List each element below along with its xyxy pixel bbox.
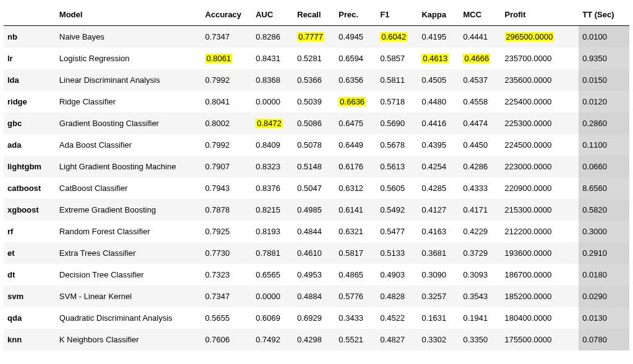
table-header-row: Model Accuracy AUC Recall Prec. F1 Kappa… (4, 4, 629, 26)
cell-recall: 0.6929 (293, 307, 335, 329)
cell-accuracy: 0.7992 (202, 69, 252, 91)
cell-prec: 0.6141 (335, 199, 376, 221)
cell-kappa: 0.4480 (418, 91, 459, 112)
cell-prec: 0.6356 (335, 69, 376, 91)
cell-recall: 0.7777 (293, 26, 335, 48)
cell-kappa: 0.4613 (418, 48, 459, 69)
col-header-kappa: Kappa (418, 4, 459, 26)
cell-prec: 0.5521 (335, 329, 376, 350)
cell-tt: 0.0100 (579, 26, 629, 48)
cell-profit: 186700.0000 (501, 264, 579, 286)
table-body: nbNaive Bayes0.73470.82860.77770.49450.6… (4, 26, 629, 351)
table-row: ldaLinear Discriminant Analysis0.79920.8… (4, 69, 629, 91)
cell-profit: 225300.0000 (501, 112, 579, 134)
row-id: nb (4, 26, 56, 48)
cell-f1: 0.4903 (376, 264, 418, 286)
cell-tt: 0.3000 (579, 221, 629, 242)
cell-kappa: 0.3302 (418, 329, 459, 350)
cell-recall: 0.4844 (293, 221, 335, 242)
row-model: Extra Trees Classifier (56, 242, 202, 264)
cell-profit: 212200.0000 (501, 221, 579, 242)
highlight: 0.8061 (205, 54, 233, 63)
cell-prec: 0.3433 (335, 307, 376, 329)
cell-auc: 0.8193 (252, 221, 293, 242)
cell-auc: 0.6565 (252, 264, 293, 286)
row-model: Ridge Classifier (56, 91, 202, 112)
row-id: xgboost (4, 199, 56, 221)
cell-kappa: 0.4163 (418, 221, 459, 242)
cell-kappa: 0.3090 (418, 264, 459, 286)
col-header-model: Model (56, 4, 202, 26)
table-row: qdaQuadratic Discriminant Analysis0.5655… (4, 307, 629, 329)
cell-prec: 0.6475 (335, 112, 376, 134)
row-model: Logistic Regression (56, 48, 202, 69)
cell-prec: 0.6594 (335, 48, 376, 69)
row-id: qda (4, 307, 56, 329)
cell-prec: 0.5817 (335, 242, 376, 264)
cell-profit: 215300.0000 (501, 199, 579, 221)
row-model: Linear Discriminant Analysis (56, 69, 202, 91)
cell-recall: 0.4985 (293, 199, 335, 221)
cell-recall: 0.5366 (293, 69, 335, 91)
cell-f1: 0.5492 (376, 199, 418, 221)
cell-f1: 0.5811 (376, 69, 418, 91)
cell-accuracy: 0.7943 (202, 177, 252, 199)
highlight: 0.6636 (338, 97, 366, 106)
table-row: svmSVM - Linear Kernel0.73470.00000.4884… (4, 286, 629, 307)
cell-f1: 0.4522 (376, 307, 418, 329)
cell-accuracy: 0.7878 (202, 199, 252, 221)
cell-recall: 0.4884 (293, 286, 335, 307)
cell-f1: 0.5605 (376, 177, 418, 199)
cell-recall: 0.4610 (293, 242, 335, 264)
cell-recall: 0.5039 (293, 91, 335, 112)
col-header-accuracy: Accuracy (202, 4, 252, 26)
cell-profit: 180400.0000 (501, 307, 579, 329)
cell-f1: 0.5690 (376, 112, 418, 134)
cell-f1: 0.5678 (376, 134, 418, 156)
col-header-f1: F1 (376, 4, 418, 26)
cell-f1: 0.4828 (376, 286, 418, 307)
row-model: Light Gradient Boosting Machine (56, 156, 202, 177)
cell-tt: 0.0180 (579, 264, 629, 286)
cell-mcc: 0.4666 (459, 48, 501, 69)
cell-accuracy: 0.7323 (202, 264, 252, 286)
row-id: gbc (4, 112, 56, 134)
cell-accuracy: 0.8002 (202, 112, 252, 134)
cell-accuracy: 0.7347 (202, 26, 252, 48)
cell-tt: 0.0780 (579, 329, 629, 350)
cell-f1: 0.5613 (376, 156, 418, 177)
cell-prec: 0.6449 (335, 134, 376, 156)
cell-auc: 0.8431 (252, 48, 293, 69)
table-row: knnK Neighbors Classifier0.76060.74920.4… (4, 329, 629, 350)
cell-prec: 0.6312 (335, 177, 376, 199)
table-row: ridgeRidge Classifier0.80410.00000.50390… (4, 91, 629, 112)
cell-auc: 0.8472 (252, 112, 293, 134)
cell-mcc: 0.3543 (459, 286, 501, 307)
highlight: 0.4666 (463, 54, 490, 63)
cell-mcc: 0.4537 (459, 69, 501, 91)
cell-tt: 0.0290 (579, 286, 629, 307)
table-row: etExtra Trees Classifier0.77300.78810.46… (4, 242, 629, 264)
cell-tt: 0.2860 (579, 112, 629, 134)
cell-f1: 0.5857 (376, 48, 418, 69)
cell-profit: 235600.0000 (501, 69, 579, 91)
cell-tt: 0.1100 (579, 134, 629, 156)
cell-profit: 225400.0000 (501, 91, 579, 112)
table-row: xgboostExtreme Gradient Boosting0.78780.… (4, 199, 629, 221)
cell-mcc: 0.4558 (459, 91, 501, 112)
cell-auc: 0.8409 (252, 134, 293, 156)
row-id: ada (4, 134, 56, 156)
cell-prec: 0.4865 (335, 264, 376, 286)
col-header-mcc: MCC (459, 4, 501, 26)
table-row: lrLogistic Regression0.80610.84310.52810… (4, 48, 629, 69)
cell-profit: 223000.0000 (501, 156, 579, 177)
cell-tt: 0.0150 (579, 69, 629, 91)
row-model: Naive Bayes (56, 26, 202, 48)
row-id: lightgbm (4, 156, 56, 177)
highlight: 0.8472 (256, 119, 283, 128)
row-id: svm (4, 286, 56, 307)
cell-kappa: 0.4395 (418, 134, 459, 156)
model-comparison-table: Model Accuracy AUC Recall Prec. F1 Kappa… (4, 4, 629, 350)
cell-f1: 0.5718 (376, 91, 418, 112)
row-model: Extreme Gradient Boosting (56, 199, 202, 221)
